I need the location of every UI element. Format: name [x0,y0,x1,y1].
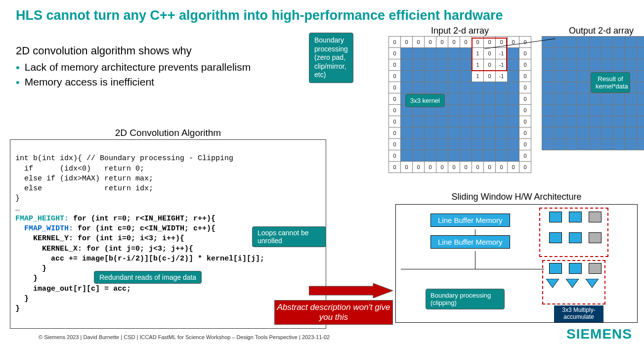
sliding-window-title: Sliding Window H/W Architecture [395,192,638,202]
grid-cell [448,59,460,70]
grid-cell [401,82,412,93]
code-line: KERNEL_Y: for (int i=0; i<3; i++){ [15,234,184,243]
bullet-1-text: Lack of memory architecture prevents par… [25,61,251,73]
grid-cell: 0 [484,162,495,173]
grid-cell: 0 [519,59,531,70]
grid-cell [554,71,565,82]
grid-cell [508,116,519,127]
grid-cell [578,105,589,116]
grid-cell [613,48,625,59]
grid-cell [613,139,625,150]
grid-cell [436,48,448,59]
grid-cell [401,71,412,82]
grid-cell [472,82,483,93]
grid-cell [578,93,589,104]
grid-cell [542,48,554,59]
grid-cell [425,48,436,59]
grid-cell: -1 [496,71,507,82]
grid-cell [601,128,613,138]
arrow-icon [309,283,393,298]
grid-cell [401,139,412,150]
grid-cell [566,71,577,82]
grid-cell: 0 [460,37,472,47]
grid-cell [436,71,448,82]
code-line: for (int r=0; r<IN_HEIGHT; r++){ [69,215,215,223]
code-label-fmap-height: FMAP_HEIGHT: [15,215,69,223]
callout-result: Result of kernel*data [591,72,630,93]
grid-cell [413,150,424,161]
grid-cell: 0 [519,162,531,173]
grid-cell [484,93,495,104]
grid-cell [448,150,460,161]
grid-cell [401,116,412,127]
grid-cell [496,105,507,116]
code-line: acc += image[b(r-i/2)][b(c-j/2)] * kerne… [15,255,264,263]
input-grid-title: Input 2-d array [388,26,531,36]
grid-cell [637,93,644,104]
grid-cell [613,116,625,127]
grid-cell [625,48,637,59]
svg-marker-0 [309,283,393,298]
grid-cell [436,128,448,138]
grid-cell [436,116,448,127]
grid-cell: -1 [496,48,507,59]
grid-cell [425,139,436,150]
grid-cell [542,71,554,82]
grid-cell [554,59,565,70]
callout-loops: Loops cannot be unrolled [252,226,326,247]
grid-cell [472,93,483,104]
grid-cell: 0 [389,93,400,104]
grid-cell [460,71,472,82]
grid-cell: 0 [448,37,460,47]
code-line: else return idx; [15,184,153,193]
code-line: } [15,295,29,303]
grid-cell [637,105,644,116]
grid-cell [460,128,472,138]
grid-cell [566,48,577,59]
line-buffer-1: Line Buffer Memory [430,214,510,227]
grid-cell [590,116,601,127]
data-line [475,251,475,269]
grid-cell [625,59,637,70]
callout-reads: Redundant reads of image data [94,271,202,284]
grid-cell [601,37,613,47]
siemens-logo: SIEMENS [566,326,632,342]
footer-text: © Siemens 2023 | David Burnette | CSD | … [39,334,330,340]
grid-cell [613,128,625,138]
grid-cell [508,48,519,59]
grid-cell [425,59,436,70]
grid-cell [401,59,412,70]
grid-cell [578,71,589,82]
grid-cell: 0 [472,37,483,47]
grid-cell: -1 [496,59,507,70]
dash-outline-registers [539,208,608,257]
red-warning-box: Abstract description won't give you this [274,300,393,325]
grid-cell [484,128,495,138]
grid-cell [448,128,460,138]
page-title: HLS cannot turn any C++ algorithm into h… [0,0,644,23]
grid-cell [448,71,460,82]
grid-cell [554,93,565,104]
grid-cell: 0 [484,59,495,70]
grid-cell [413,71,424,82]
grid-cell [472,128,483,138]
code-line: … [15,205,20,213]
grid-cell [436,150,448,161]
code-line: } [15,304,20,313]
grid-cell: 0 [508,162,519,173]
grid-cell [554,37,565,47]
grid-cell [637,139,644,150]
grid-cell: 0 [413,162,424,173]
grid-cell [625,116,637,127]
grid-cell [590,59,601,70]
grid-cell: 0 [519,105,531,116]
callout-clipping: Boundary processing (clipping) [426,289,505,309]
grid-cell [542,128,554,138]
grid-cell [401,48,412,59]
grid-cell [566,139,577,150]
code-line: image_out[r][c] = acc; [15,285,131,293]
grid-cell: 1 [472,71,483,82]
grid-cell: 0 [389,59,400,70]
grid-cell [566,93,577,104]
data-line [475,229,475,235]
